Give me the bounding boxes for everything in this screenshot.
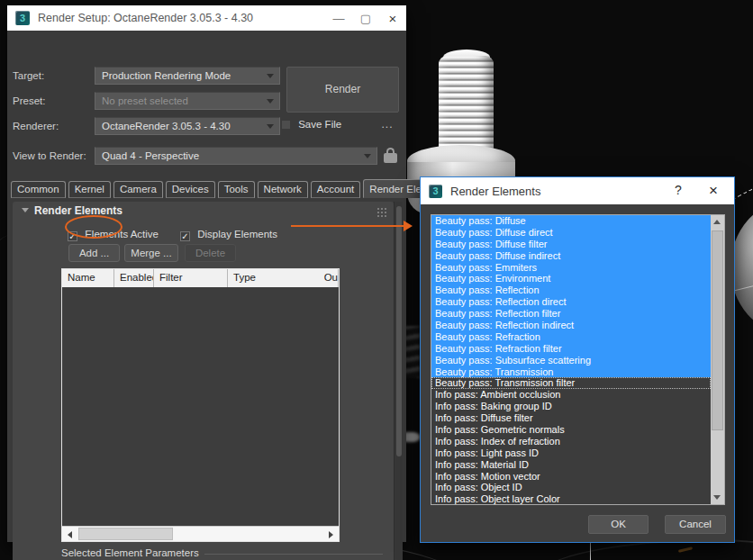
view-to-render-label: View to Render: xyxy=(13,147,86,165)
preset-dropdown[interactable]: No preset selected xyxy=(95,92,280,110)
list-item[interactable]: Beauty pass: Diffuse indirect xyxy=(431,250,711,262)
scroll-right-icon[interactable] xyxy=(323,527,338,541)
drag-grip-icon[interactable] xyxy=(376,207,386,217)
render-button[interactable]: Render xyxy=(286,67,399,113)
cancel-button[interactable]: Cancel xyxy=(665,515,726,534)
display-elements-option[interactable]: ✓ Display Elements xyxy=(180,229,277,241)
tab[interactable]: Common xyxy=(11,181,66,198)
dialog-title: Render Elements xyxy=(450,185,540,198)
renderer-value: OctaneRender 3.05.3 - 4.30 xyxy=(102,121,231,131)
list-item[interactable]: Info pass: Baking group ID xyxy=(431,401,711,412)
dialog-titlebar[interactable]: 3 Render Elements ? × xyxy=(421,177,734,204)
render-setup-titlebar[interactable]: 3 Render Setup: OctaneRender 3.05.3 - 4.… xyxy=(7,5,406,31)
close-button[interactable]: × xyxy=(379,11,406,26)
render-pass-list: Beauty pass: Diffuse Beauty pass: Diffus… xyxy=(431,214,725,505)
list-item[interactable]: Beauty pass: Environment xyxy=(431,273,711,285)
ok-button[interactable]: OK xyxy=(588,515,649,534)
tab[interactable]: Camera xyxy=(113,181,163,198)
list-item[interactable]: Beauty pass: Transmission filter xyxy=(431,377,711,389)
list-item[interactable]: Beauty pass: Emmiters xyxy=(431,262,711,274)
merge-button[interactable]: Merge ... xyxy=(124,244,178,262)
add-button[interactable]: Add ... xyxy=(68,244,120,262)
chevron-down-icon xyxy=(267,99,274,104)
list-item[interactable]: Info pass: Geometric normals xyxy=(431,424,711,436)
scroll-down-icon[interactable] xyxy=(711,491,724,504)
selected-element-parameters-group: Selected Element Parameters xyxy=(61,547,383,558)
table-column-header[interactable]: Enabled xyxy=(114,269,154,287)
scrollbar-thumb[interactable] xyxy=(712,230,723,430)
list-item[interactable]: Beauty pass: Reflection xyxy=(431,285,711,296)
view-to-render-dropdown[interactable]: Quad 4 - Perspective xyxy=(95,147,377,165)
list-item[interactable]: Beauty pass: Refraction filter xyxy=(431,343,711,355)
preset-label: Preset: xyxy=(13,92,45,110)
scrollbar-thumb[interactable] xyxy=(396,206,402,456)
tab[interactable]: Account xyxy=(311,181,361,198)
list-item[interactable]: Info pass: Light pass ID xyxy=(431,447,711,459)
save-file-label: Save File xyxy=(298,119,341,130)
renderer-dropdown[interactable]: OctaneRender 3.05.3 - 4.30 xyxy=(95,117,280,135)
scroll-left-icon[interactable] xyxy=(63,527,77,541)
display-elements-label: Display Elements xyxy=(197,229,277,239)
list-item[interactable]: Beauty pass: Transmission xyxy=(431,366,711,378)
table-column-header[interactable]: Filter xyxy=(154,269,228,287)
list-item[interactable]: Beauty pass: Diffuse direct xyxy=(431,227,711,239)
save-file-option[interactable]: Save File xyxy=(281,119,341,131)
list-item[interactable]: Beauty pass: Subsurface scattering xyxy=(431,355,711,366)
list-item[interactable]: Beauty pass: Diffuse filter xyxy=(431,239,711,250)
chevron-down-icon xyxy=(267,74,274,78)
tab[interactable]: Network xyxy=(258,181,308,198)
list-item[interactable]: Info pass: Diffuse filter xyxy=(431,412,711,424)
list-item[interactable]: Beauty pass: Reflection indirect xyxy=(431,320,711,331)
table-column-header[interactable]: Name xyxy=(62,269,114,287)
save-file-checkbox[interactable] xyxy=(281,120,291,130)
render-elements-dialog: 3 Render Elements ? × Beauty pass: Diffu… xyxy=(420,176,735,543)
lock-icon[interactable] xyxy=(384,148,398,164)
annotation-ellipse xyxy=(65,215,122,239)
tab[interactable]: Devices xyxy=(166,181,215,198)
minimize-button[interactable]: — xyxy=(325,12,352,25)
desktop: 3 Render Setup: OctaneRender 3.05.3 - 4.… xyxy=(0,0,753,560)
target-label: Target: xyxy=(13,67,44,85)
maximize-button[interactable]: ▢ xyxy=(352,12,379,25)
table-column-header[interactable]: Type xyxy=(228,269,319,287)
display-elements-checkbox[interactable]: ✓ xyxy=(180,231,190,241)
view-to-render-value: Quad 4 - Perspective xyxy=(102,150,199,161)
3dsmax-icon: 3 xyxy=(429,185,442,198)
list-item[interactable]: Info pass: Material ID xyxy=(431,459,711,471)
render-setup-body: Target: Production Rendering Mode Render… xyxy=(7,31,406,542)
bolt-model-thread xyxy=(439,56,494,152)
tab[interactable]: Tools xyxy=(218,181,255,198)
list-item[interactable]: Info pass: Object ID xyxy=(431,482,711,493)
list-item[interactable]: Beauty pass: Refraction xyxy=(431,331,711,343)
list-item[interactable]: Beauty pass: Diffuse xyxy=(431,215,711,227)
list-vertical-scrollbar[interactable] xyxy=(711,215,724,504)
list-item[interactable]: Info pass: Index of refraction xyxy=(431,436,711,447)
target-value: Production Rendering Mode xyxy=(102,70,231,81)
list-item[interactable]: Beauty pass: Reflection filter xyxy=(431,308,711,320)
render-pass-items: Beauty pass: Diffuse Beauty pass: Diffus… xyxy=(431,215,711,504)
render-elements-table: NameEnabledFilterTypeOu xyxy=(61,268,340,542)
target-dropdown[interactable]: Production Rendering Mode xyxy=(95,67,280,85)
rollout-header[interactable]: Render Elements xyxy=(13,202,394,220)
collapse-caret-icon[interactable] xyxy=(22,208,29,212)
list-item[interactable]: Info pass: Motion vector xyxy=(431,471,711,483)
tab-bar: Common Kernel Camera Devices Tools Netwo… xyxy=(11,178,404,198)
delete-button: Delete xyxy=(185,244,236,262)
help-button[interactable]: ? xyxy=(669,183,687,197)
file-options-button[interactable]: ... xyxy=(375,118,400,134)
close-button[interactable]: × xyxy=(703,182,723,200)
selected-element-parameters-label: Selected Element Parameters xyxy=(61,547,204,558)
table-body-empty[interactable] xyxy=(62,287,339,526)
tab[interactable]: Kernel xyxy=(68,181,111,198)
table-column-header[interactable]: Ou xyxy=(319,269,339,287)
group-divider xyxy=(204,554,383,558)
scroll-up-icon[interactable] xyxy=(711,215,724,229)
list-item[interactable]: Info pass: Object layer Color xyxy=(431,493,711,504)
scrollbar-thumb[interactable] xyxy=(78,528,173,540)
list-item[interactable]: Info pass: Ambient occlusion xyxy=(431,389,711,401)
annotation-arrow-head xyxy=(404,221,413,231)
table-horizontal-scrollbar[interactable] xyxy=(62,526,339,541)
rollout-title: Render Elements xyxy=(34,204,122,217)
panel-vertical-scrollbar[interactable] xyxy=(394,202,403,560)
list-item[interactable]: Beauty pass: Reflection direct xyxy=(431,296,711,308)
